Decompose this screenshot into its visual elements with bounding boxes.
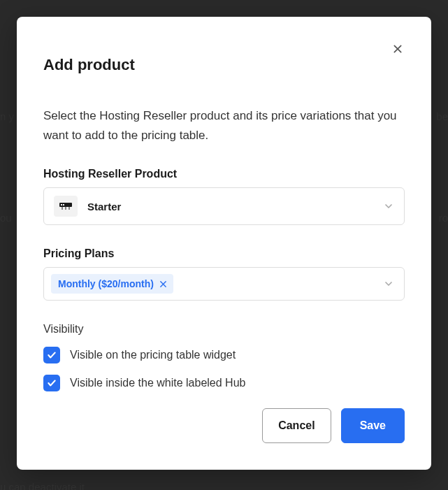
svg-rect-3: [61, 204, 62, 206]
visibility-option-row: Visible on the pricing table widget: [43, 347, 405, 363]
visibility-label: Visibility: [43, 323, 405, 336]
visibility-option-label: Visible inside the white labeled Hub: [70, 377, 245, 389]
modal-footer: Cancel Save: [43, 408, 405, 443]
bg-text-fragment: be: [436, 110, 448, 122]
visibility-option-label: Visible on the pricing table widget: [70, 349, 236, 361]
chevron-down-icon: [383, 201, 394, 212]
cancel-button[interactable]: Cancel: [262, 408, 331, 443]
svg-rect-4: [63, 204, 64, 206]
modal-description: Select the Hosting Reseller product and …: [43, 106, 405, 145]
plan-chip: Monthly ($20/month): [51, 274, 173, 294]
plans-section-label: Pricing Plans: [43, 247, 405, 260]
bg-text-fragment: n y: [0, 110, 14, 122]
visibility-section: Visibility Visible on the pricing table …: [43, 323, 405, 391]
bg-text-fragment: ou: [0, 212, 12, 224]
check-icon: [47, 378, 57, 388]
save-button[interactable]: Save: [341, 408, 405, 443]
visibility-option-row: Visible inside the white labeled Hub: [43, 375, 405, 391]
product-selected-value: Starter: [87, 201, 121, 212]
product-icon-container: [54, 196, 78, 217]
product-section-label: Hosting Reseller Product: [43, 168, 405, 180]
visibility-checkbox-hub[interactable]: [43, 375, 60, 391]
close-icon: [392, 43, 403, 55]
bg-text-fragment: u can deactivate it: [0, 481, 85, 490]
plans-select[interactable]: Monthly ($20/month): [43, 267, 405, 301]
server-icon: [59, 202, 73, 210]
chevron-down-icon: [383, 278, 394, 289]
modal-title: Add product: [43, 56, 405, 74]
add-product-modal: Add product Select the Hosting Reseller …: [17, 17, 431, 470]
plan-chip-remove[interactable]: [158, 278, 169, 289]
close-icon: [159, 280, 167, 288]
close-button[interactable]: [388, 39, 407, 59]
visibility-checkbox-widget[interactable]: [43, 347, 60, 363]
bg-text-fragment: ro: [439, 212, 448, 224]
check-icon: [47, 350, 57, 360]
product-select[interactable]: Starter: [43, 187, 405, 225]
plan-chip-label: Monthly ($20/month): [58, 278, 154, 289]
